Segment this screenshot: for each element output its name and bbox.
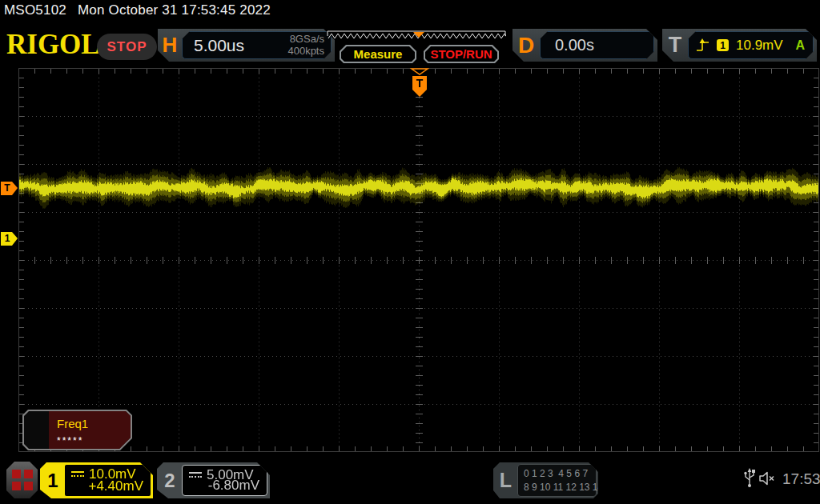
measurement-value: ***** <box>57 435 83 446</box>
delay-panel[interactable]: D 0.00s <box>512 29 657 62</box>
measure-button-label: Measure <box>354 47 403 61</box>
graticule: T <box>18 68 819 452</box>
trigger-flag-letter: T <box>416 77 424 90</box>
trigger-level-marker[interactable]: T <box>1 182 18 195</box>
rising-edge-trigger-icon <box>697 38 709 53</box>
rigol-logo: RIGOL <box>6 30 100 58</box>
channel1-offset: +4.40mV <box>88 478 143 494</box>
memory-depth: 400kpts <box>287 45 324 57</box>
usb-icon <box>743 467 756 488</box>
trigger-label: T <box>662 33 688 58</box>
dc-coupling-icon <box>71 471 84 478</box>
stop-run-button[interactable]: STOP/RUN <box>424 45 499 63</box>
logic-channels-panel[interactable]: L 0 1 2 3 4 5 6 7 8 9 10 11 12 13 14 15 <box>493 462 598 498</box>
delay-label: D <box>512 33 540 58</box>
sample-rate: 8GSa/s <box>290 33 324 45</box>
logic-label: L <box>495 462 517 498</box>
timebase-value: 5.00us <box>183 36 244 55</box>
memory-preview-icon <box>327 30 506 44</box>
trigger-box[interactable]: 1 10.9mV A <box>688 31 814 59</box>
delay-box[interactable]: 0.00s <box>540 31 654 59</box>
horizontal-label: H <box>158 33 182 58</box>
measurement-label: Freq1 <box>57 417 88 430</box>
channel1-number: 1 <box>42 462 64 498</box>
delay-value: 0.00s <box>541 36 594 54</box>
trigger-source-badge: 1 <box>717 39 729 51</box>
channel2-panel[interactable]: 2 5.00mV -6.80mV <box>157 462 270 498</box>
windows-menu-button[interactable] <box>6 462 38 498</box>
timebase-box[interactable]: 5.00us 8GSa/s400kpts <box>182 31 332 59</box>
title-bar: MSO5102Mon October 31 17:53:45 2022 <box>4 2 282 18</box>
logic-row2: 8 9 10 11 12 13 14 15 <box>524 481 596 494</box>
logic-row1: 0 1 2 3 4 5 6 7 <box>524 467 596 480</box>
speaker-muted-icon[interactable] <box>758 471 779 486</box>
channel2-number: 2 <box>159 462 181 498</box>
channel1-panel[interactable]: 1 10.0mV +4.40mV <box>40 462 153 498</box>
acquisition-info: 8GSa/s400kpts <box>287 34 331 57</box>
measurement-panel[interactable]: Freq1 ***** <box>22 410 132 450</box>
model-name: MSO5102 <box>4 2 66 18</box>
horizontal-panel[interactable]: H 5.00us 8GSa/s400kpts <box>158 29 335 62</box>
datetime: Mon October 31 17:53:45 2022 <box>78 2 271 18</box>
waveform-display <box>18 68 819 452</box>
run-state-badge[interactable]: STOP <box>97 34 157 60</box>
channel2-offset: -6.80mV <box>208 478 259 494</box>
clock: 17:53 <box>782 470 820 488</box>
measure-button[interactable]: Measure <box>340 45 416 63</box>
channel1-offset-marker[interactable]: 1 <box>1 232 18 246</box>
trigger-panel[interactable]: T 1 10.9mV A <box>662 29 817 62</box>
oscilloscope-screen: MSO5102Mon October 31 17:53:45 2022 RIGO… <box>0 0 820 504</box>
trigger-position-marker[interactable]: T <box>409 68 430 100</box>
dc-coupling-icon <box>189 472 202 479</box>
stop-run-button-label: STOP/RUN <box>430 47 492 61</box>
grid-icon <box>12 470 33 490</box>
trigger-mode: A <box>795 38 805 53</box>
waveform-overview-strip[interactable] <box>327 30 506 44</box>
trigger-level-value: 10.9mV <box>736 38 783 54</box>
